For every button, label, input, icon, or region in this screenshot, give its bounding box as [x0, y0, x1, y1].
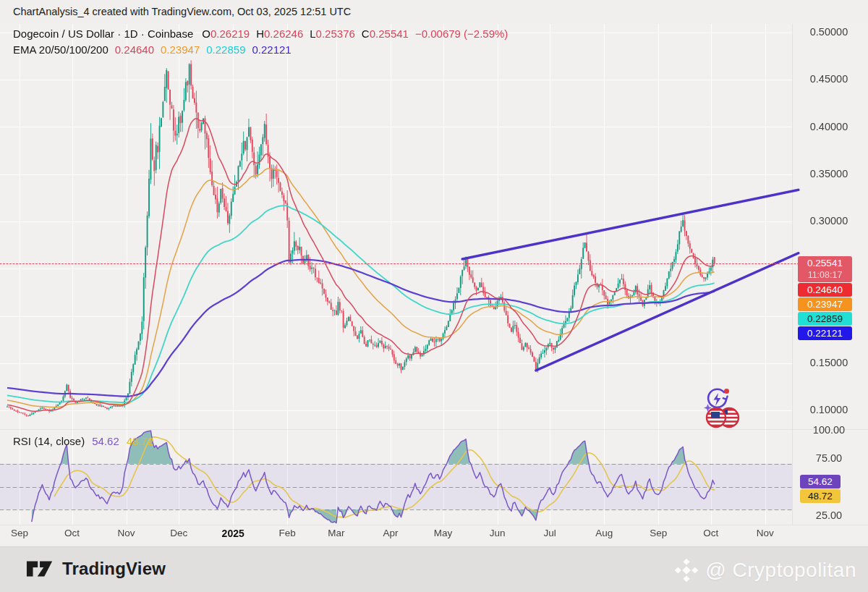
cryptopolitan-logo-icon: [673, 557, 699, 583]
ema-values: 0.246400.239470.228590.22121: [115, 43, 298, 56]
time-axis-label: Sep: [11, 528, 28, 538]
time-axis-label: May: [434, 528, 453, 538]
price-axis-label: 0.15000: [796, 357, 862, 368]
us-flags-icon: [705, 405, 740, 431]
ohlc-token: L0.25376: [310, 28, 355, 40]
price-axis-label: 0.35000: [796, 168, 862, 179]
ema-value: 0.23947: [161, 43, 200, 56]
ema-value: 0.24640: [115, 43, 154, 56]
rsi-value-badge: 54.62: [800, 475, 841, 489]
time-axis-label: Jul: [544, 528, 556, 538]
price-axis-label: 0.10000: [796, 404, 862, 415]
time-axis-label: Mar: [328, 528, 344, 538]
rsi-value: 54.62: [92, 435, 119, 447]
ohlc-row: Dogecoin / US Dollar · 1D · CoinbaseO0.2…: [13, 28, 514, 40]
ema-price-badge: 0.22859: [798, 312, 852, 326]
ohlc-token: C0.25541: [362, 28, 409, 40]
time-axis-label: Nov: [757, 528, 774, 538]
rsi-axis-label: 100.00: [796, 424, 862, 436]
time-axis-label: Feb: [279, 528, 296, 538]
ohlc-token: O0.26219: [202, 28, 250, 40]
watermark: @ Cryptopolitan: [673, 557, 856, 583]
rsi-axis-label: 75.00: [796, 452, 862, 464]
ohlc-token: H0.26246: [256, 28, 303, 40]
price-axis-label: 0.45000: [796, 73, 862, 85]
tradingview-link[interactable]: TradingView: [26, 559, 166, 579]
ema-price-badge: 0.23947: [798, 297, 852, 311]
ema-value: 0.22859: [206, 43, 245, 56]
tradingview-brand-text: TradingView: [62, 559, 166, 579]
time-axis-label: Nov: [118, 528, 135, 538]
tradingview-snapshot: ChartAnalysis_4 created with TradingView…: [0, 0, 868, 592]
symbol-legend[interactable]: Dogecoin / US Dollar · 1D · CoinbaseO0.2…: [13, 28, 514, 56]
snapshot-title: ChartAnalysis_4 created with TradingView…: [13, 6, 351, 17]
time-axis-label: Oct: [703, 528, 718, 538]
price-axis-label: 0.50000: [796, 26, 862, 38]
ohlc-values: O0.26219H0.26246L0.25376C0.25541−0.00679…: [202, 28, 514, 40]
change-value: −0.00679 (−2.59%): [415, 28, 508, 40]
ema-price-badge: 0.22121: [798, 326, 852, 340]
rsi-label: RSI (14, close): [13, 435, 85, 447]
time-axis-label: Sep: [650, 528, 667, 538]
price-chart-canvas[interactable]: [0, 0, 868, 592]
time-axis-label: Jun: [490, 528, 506, 538]
time-axis-label: Apr: [383, 528, 398, 538]
ema-value: 0.22121: [252, 43, 291, 56]
ema-row: EMA 20/50/100/2000.246400.239470.228590.…: [13, 43, 514, 56]
price-axis-label: 0.40000: [796, 121, 862, 132]
time-axis-label: Oct: [64, 528, 80, 538]
symbol-title: Dogecoin / US Dollar · 1D · Coinbase: [13, 28, 193, 40]
tradingview-logo-icon: [26, 559, 55, 579]
rsi-values: 54.6248.72: [92, 435, 161, 447]
rsi-legend[interactable]: RSI (14, close)54.6248.72: [13, 435, 168, 447]
rsi-value-badge: 48.72: [800, 489, 841, 503]
time-axis-label: Aug: [595, 528, 613, 538]
countdown-timer: 11:08:17: [798, 270, 852, 282]
watermark-text: @ Cryptopolitan: [705, 559, 856, 582]
rsi-value: 48.72: [127, 435, 154, 447]
footer-bar: TradingView @ Cryptopolitan: [0, 546, 868, 592]
rsi-axis-label: 25.00: [796, 509, 862, 521]
ema-label: EMA 20/50/100/200: [13, 43, 109, 56]
current-price-badge: 0.2554111:08:17: [798, 256, 852, 282]
snapshot-header: ChartAnalysis_4 created with TradingView…: [0, 0, 868, 24]
price-axis-label: 0.30000: [796, 215, 862, 227]
ema-price-badge: 0.24640: [798, 283, 852, 297]
time-axis-label: Dec: [170, 528, 187, 538]
time-axis-label: 2025: [222, 528, 244, 539]
